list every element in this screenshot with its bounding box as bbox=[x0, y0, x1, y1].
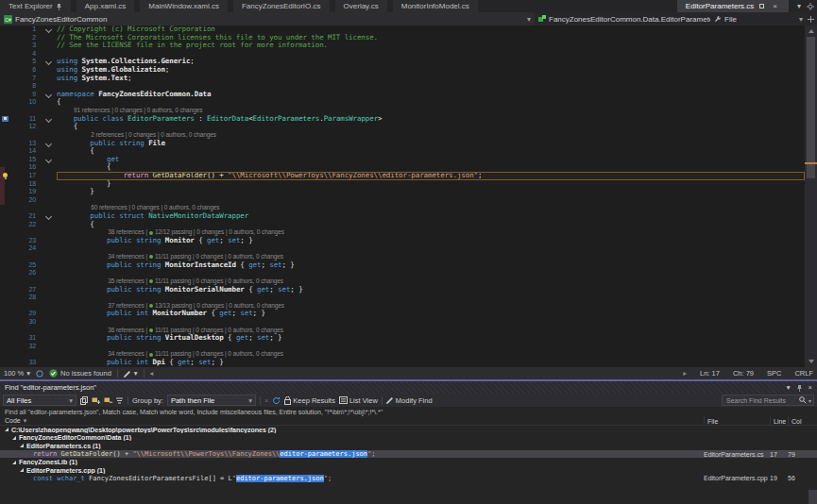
window-options-gear-icon[interactable] bbox=[804, 0, 817, 12]
find-result-group[interactable]: FancyZonesLib (1) bbox=[0, 458, 817, 466]
fold-chevron-icon[interactable] bbox=[44, 92, 51, 98]
code-line-17[interactable]: 17 return GetDataFolder() + "\\Microsoft… bbox=[0, 172, 805, 180]
code-editor[interactable]: 1// Copyright (c) Microsoft Corporation2… bbox=[0, 25, 805, 367]
code-line-12[interactable]: 12 { bbox=[0, 123, 805, 131]
code-line-28[interactable]: 28 bbox=[0, 294, 805, 302]
code-cleanup-button[interactable]: ▾ bbox=[124, 369, 138, 378]
code-line-25[interactable]: 25 public string MonitorInstanceId { get… bbox=[0, 261, 805, 270]
find-result-group[interactable]: C:\Users\zhaopengwang\Desktop\powertoys\… bbox=[0, 426, 817, 434]
member-dropdown[interactable]: File bbox=[710, 12, 773, 25]
window-position-chevron-icon[interactable]: ▾ bbox=[787, 383, 791, 392]
keep-results-button[interactable]: Keep Results bbox=[284, 396, 335, 405]
scroll-up-arrow-icon[interactable] bbox=[808, 29, 814, 33]
code-line-18[interactable]: 18 } bbox=[0, 180, 805, 189]
code-line-7[interactable]: 7using System.Text; bbox=[0, 75, 805, 83]
code-line-15[interactable]: 15 get bbox=[0, 156, 805, 164]
lightbulb-icon[interactable] bbox=[3, 173, 8, 177]
tray-collapse-icon[interactable]: ◂ bbox=[150, 369, 154, 378]
column-code[interactable]: Code▾ bbox=[5, 417, 26, 425]
space-mode-indicator[interactable]: SPC bbox=[767, 369, 781, 378]
code-line-13[interactable]: 13 public string File bbox=[0, 140, 805, 148]
fold-chevron-icon[interactable] bbox=[44, 140, 51, 146]
codelens-indicator[interactable]: 2 references | 0 changes | 0 authors, 0 … bbox=[57, 131, 805, 140]
fold-chevron-icon[interactable] bbox=[44, 157, 51, 163]
filter-icon[interactable] bbox=[116, 397, 124, 404]
code-line-29[interactable]: 29 public int MonitorNumber { get; set; … bbox=[0, 310, 805, 318]
find-result-item[interactable]: return GetDataFolder() + "\\Microsoft\\P… bbox=[0, 450, 817, 459]
fold-chevron-icon[interactable] bbox=[44, 59, 51, 65]
editor-vertical-scrollbar[interactable] bbox=[805, 25, 817, 367]
find-result-group[interactable]: FancyZonesEditorCommon\Data (1) bbox=[0, 434, 817, 443]
chevron-down-icon[interactable]: ▾ bbox=[808, 397, 811, 404]
code-line-21[interactable]: 21 public struct NativeMonitorDataWrappe… bbox=[0, 212, 805, 221]
chevron-down-icon[interactable]: ▾ bbox=[799, 15, 803, 24]
health-indicator-icon[interactable] bbox=[36, 370, 43, 378]
list-view-button[interactable]: List View bbox=[339, 396, 378, 405]
resize-grip[interactable] bbox=[808, 490, 817, 504]
code-line-14[interactable]: 14 { bbox=[0, 147, 805, 156]
tab-app-xaml-cs[interactable]: App.xaml.cs bbox=[77, 0, 135, 12]
tab-pin-state-icon[interactable] bbox=[757, 4, 767, 8]
project-dropdown[interactable]: C# FancyZonesEditorCommon ▾ bbox=[0, 12, 535, 25]
tab-list-chevron-icon[interactable]: ▾ bbox=[794, 0, 804, 12]
code-line-31[interactable]: 31 public string VirtualDesktop { get; s… bbox=[0, 334, 805, 343]
code-line-19[interactable]: 19 } bbox=[0, 188, 805, 196]
eol-indicator[interactable]: CRLF bbox=[794, 369, 813, 378]
code-line-10[interactable]: 10{ bbox=[0, 98, 805, 107]
search-results-box[interactable]: ▾ bbox=[722, 395, 814, 406]
modify-find-button[interactable]: Modify Find bbox=[386, 396, 433, 405]
tray-expand-icon[interactable]: ▸ bbox=[683, 369, 687, 378]
fold-chevron-icon[interactable] bbox=[44, 116, 51, 123]
expanded-triangle-icon[interactable] bbox=[5, 428, 9, 431]
find-panel-titlebar[interactable]: Find "editor-parameters.json" ▾ × bbox=[0, 381, 817, 394]
type-dropdown[interactable]: FancyZonesEditorCommon.Data.EditorParame… bbox=[535, 12, 710, 25]
tab-text-explorer[interactable]: Text Explorer bbox=[0, 0, 71, 12]
scroll-down-arrow-icon[interactable] bbox=[808, 360, 814, 363]
code-line-26[interactable]: 26 bbox=[0, 269, 805, 277]
code-line-3[interactable]: 3// See the LICENSE file in the project … bbox=[0, 42, 805, 50]
inheritance-margin-icon[interactable] bbox=[2, 116, 9, 122]
tab-mainwindow-xaml-cs[interactable]: MainWindow.xaml.cs bbox=[140, 0, 228, 12]
scope-dropdown[interactable]: All Files ▾ bbox=[3, 395, 77, 406]
fold-chevron-icon[interactable] bbox=[44, 26, 51, 33]
line-indicator[interactable]: Ln: 17 bbox=[700, 369, 720, 378]
find-result-group[interactable]: EditorParameters.cs (1) bbox=[0, 442, 817, 450]
code-line-27[interactable]: 27 public string MonitorSerialNumber { g… bbox=[0, 286, 805, 294]
code-line-30[interactable]: 30 bbox=[0, 318, 805, 327]
column-file[interactable]: File bbox=[704, 416, 718, 426]
fold-chevron-icon[interactable] bbox=[44, 213, 51, 220]
code-line-23[interactable]: 23 public string Monitor { get; set; } bbox=[0, 237, 805, 245]
split-window-icon[interactable] bbox=[808, 16, 814, 23]
pin-icon[interactable] bbox=[56, 3, 62, 10]
expanded-triangle-icon[interactable] bbox=[12, 436, 16, 440]
close-icon[interactable]: × bbox=[808, 383, 812, 392]
copy-icon[interactable] bbox=[80, 396, 88, 405]
zoom-level-dropdown[interactable]: 100 % ▾ bbox=[4, 369, 30, 378]
code-line-32[interactable]: 32 bbox=[0, 343, 805, 351]
tab-close-icon[interactable]: × bbox=[770, 2, 780, 10]
find-result-group[interactable]: EditorParameters.cpp (1) bbox=[0, 466, 817, 475]
code-line-33[interactable]: 33 public int Dpi { get; set; } bbox=[0, 359, 805, 367]
code-line-22[interactable]: 22 { bbox=[0, 221, 805, 229]
tab-editorparameters[interactable]: EditorParameters.cs × bbox=[677, 0, 789, 12]
code-line-11[interactable]: 11 public class EditorParameters : Edito… bbox=[0, 115, 805, 124]
search-find-results-input[interactable] bbox=[724, 396, 797, 405]
expanded-triangle-icon[interactable] bbox=[20, 444, 24, 447]
collapse-all-icon[interactable] bbox=[104, 396, 112, 405]
expand-all-icon[interactable] bbox=[92, 396, 100, 405]
issues-status[interactable]: No issues found bbox=[49, 369, 111, 378]
tab-monitorinfomodel-cs[interactable]: MonitorInfoModel.cs bbox=[393, 0, 478, 12]
find-result-item[interactable]: const wchar_t FancyZonesEditorParameters… bbox=[0, 475, 817, 483]
group-by-dropdown[interactable]: Path then File ▾ bbox=[167, 395, 256, 406]
code-line-20[interactable]: 20 bbox=[0, 196, 805, 205]
tab-fancyzoneseditorio-cs[interactable]: FancyZonesEditorIO.cs bbox=[233, 0, 330, 12]
clear-results-icon[interactable]: × bbox=[264, 396, 268, 405]
expanded-triangle-icon[interactable] bbox=[12, 461, 16, 464]
tab-overlay-cs[interactable]: Overlay.cs bbox=[335, 0, 387, 12]
refresh-icon[interactable] bbox=[272, 396, 281, 405]
expanded-triangle-icon[interactable] bbox=[20, 468, 24, 472]
column-indicator[interactable]: Ch: 79 bbox=[733, 369, 754, 378]
column-line[interactable]: Line bbox=[770, 416, 786, 426]
pin-icon[interactable] bbox=[796, 384, 803, 392]
column-col[interactable]: Col bbox=[788, 416, 802, 426]
